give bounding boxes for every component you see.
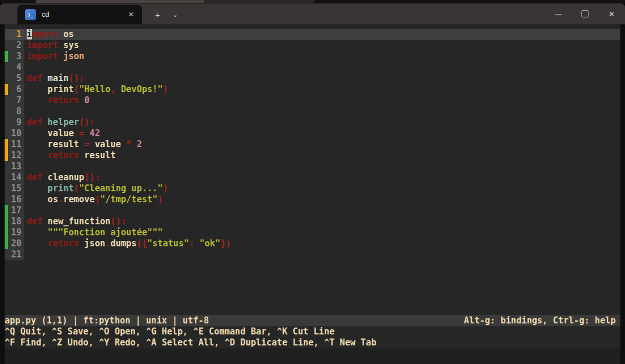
code-line[interactable]: 6 print("Hello, DevOps!") <box>0 84 625 95</box>
token-id: remove <box>63 194 95 205</box>
code-text: def new_function(): <box>27 216 126 227</box>
line-number: 4 <box>8 62 24 73</box>
code-text: return result <box>27 150 116 161</box>
code-line[interactable]: 5def main(): <box>0 73 625 84</box>
token-kw: return <box>27 238 79 249</box>
code-line[interactable]: 19 """Fonction ajoutée""" <box>0 227 625 238</box>
token-id: result <box>79 150 115 161</box>
token-sym: ) <box>158 194 163 205</box>
close-button[interactable]: ✕ <box>598 3 625 24</box>
line-number: 2 <box>8 40 24 51</box>
token-id: os <box>58 29 74 39</box>
token-sym: (): <box>111 216 126 227</box>
code-line[interactable]: 15 print("Cleaning up...") <box>0 183 625 194</box>
code-text: """Fonction ajoutée""" <box>27 227 163 238</box>
token-kw: import <box>27 40 58 50</box>
line-number: 18 <box>8 216 24 227</box>
minimize-icon <box>555 14 562 14</box>
token-id: value <box>89 139 126 150</box>
tab-close-icon[interactable]: ✕ <box>126 10 136 19</box>
code-line[interactable]: 1import os <box>0 29 625 40</box>
token-sym: : <box>189 238 194 249</box>
code-text: import sys <box>27 40 79 51</box>
gutter: 10 <box>5 128 24 139</box>
gutter: 14 <box>5 172 24 183</box>
window-controls: ✕ <box>545 3 625 24</box>
line-number: 8 <box>8 106 24 117</box>
line-number: 10 <box>8 128 24 139</box>
gutter: 5 <box>5 73 24 84</box>
code-line[interactable]: 12 return result <box>0 150 625 161</box>
code-line[interactable]: 13 <box>0 161 625 172</box>
maximize-icon <box>582 10 588 17</box>
editor-empty-space[interactable] <box>0 260 625 315</box>
gutter: 8 <box>5 106 24 117</box>
token-sym: ( <box>74 183 79 194</box>
line-number: 11 <box>8 139 24 150</box>
line-number: 12 <box>8 150 24 161</box>
token-kw: return <box>27 95 79 105</box>
code-text: import os <box>27 29 74 40</box>
gutter: 11 <box>5 139 24 150</box>
gutter: 16 <box>5 194 24 205</box>
code-line[interactable]: 9def helper(): <box>0 117 625 128</box>
code-text: return json.dumps({"status": "ok"}) <box>27 238 231 249</box>
line-number: 9 <box>8 117 24 128</box>
status-bar: app.py (1,1) | ft:python | unix | utf-8 … <box>0 315 625 326</box>
code-line[interactable]: 21 <box>0 249 625 260</box>
token-sym: ({ <box>137 238 147 249</box>
token-sym: }) <box>220 238 231 249</box>
token-kw: def <box>27 73 42 83</box>
code-line[interactable]: 10 value = 42 <box>0 128 625 139</box>
gutter: 17 <box>5 205 24 216</box>
gutter: 18 <box>5 216 24 227</box>
gutter: 9 <box>5 117 24 128</box>
code-text: result = value * 2 <box>27 139 142 150</box>
code-line[interactable]: 4 <box>0 62 625 73</box>
gutter: 20 <box>5 238 24 249</box>
code-text: def main(): <box>27 73 84 84</box>
maximize-button[interactable] <box>572 3 598 24</box>
text-cursor: i <box>27 29 32 39</box>
code-line[interactable]: 8 <box>0 106 625 117</box>
gutter: 12 <box>5 150 24 161</box>
code-line[interactable]: 7 return 0 <box>0 95 625 106</box>
line-number: 5 <box>8 73 24 84</box>
code-text: def helper(): <box>27 117 95 128</box>
desktop-backdrop: ❯_ cd ✕ + ⌄ ✕ 1import os2import sys3impo… <box>0 0 625 364</box>
code-line[interactable]: 17 <box>0 205 625 216</box>
code-text: import json <box>27 51 84 62</box>
gutter: 7 <box>5 95 24 106</box>
code-line[interactable]: 2import sys <box>0 40 625 51</box>
tab-cd[interactable]: ❯_ cd ✕ <box>17 5 142 24</box>
code-line[interactable]: 11 result = value * 2 <box>0 139 625 150</box>
gutter: 19 <box>5 227 24 238</box>
tab-title: cd <box>42 10 120 19</box>
minimize-button[interactable] <box>545 3 572 24</box>
line-number: 20 <box>8 238 24 249</box>
token-id: value <box>27 128 79 139</box>
code-line[interactable]: 18def new_function(): <box>0 216 625 227</box>
token-sym: , <box>111 84 116 94</box>
token-jsonc: json <box>58 51 84 61</box>
code-line[interactable]: 16 os.remove("/tmp/test") <box>0 194 625 205</box>
line-number: 19 <box>8 227 24 238</box>
gutter: 4 <box>5 62 24 73</box>
token-str: """Fonction ajoutée""" <box>27 227 163 238</box>
gutter: 13 <box>5 161 24 172</box>
token-num: 0 <box>79 95 89 105</box>
code-line[interactable]: 20 return json.dumps({"status": "ok"}) <box>0 238 625 249</box>
token-id: print <box>27 84 74 94</box>
token-id: dumps <box>111 238 137 249</box>
tab-dropdown-button[interactable]: ⌄ <box>166 5 184 24</box>
token-sym: (): <box>84 172 100 183</box>
token-str: "Hello <box>79 84 110 94</box>
titlebar[interactable]: ❯_ cd ✕ + ⌄ ✕ <box>0 3 625 24</box>
code-editor[interactable]: 1import os2import sys3import json45def m… <box>0 24 625 260</box>
code-line[interactable]: 14def cleanup(): <box>0 172 625 183</box>
token-id: json <box>79 238 105 249</box>
token-sym: (): <box>68 73 84 83</box>
new-tab-button[interactable]: + <box>149 5 166 24</box>
help-line-1: ^Q Quit, ^S Save, ^O Open, ^G Help, ^E C… <box>0 326 625 337</box>
code-line[interactable]: 3import json <box>0 51 625 62</box>
